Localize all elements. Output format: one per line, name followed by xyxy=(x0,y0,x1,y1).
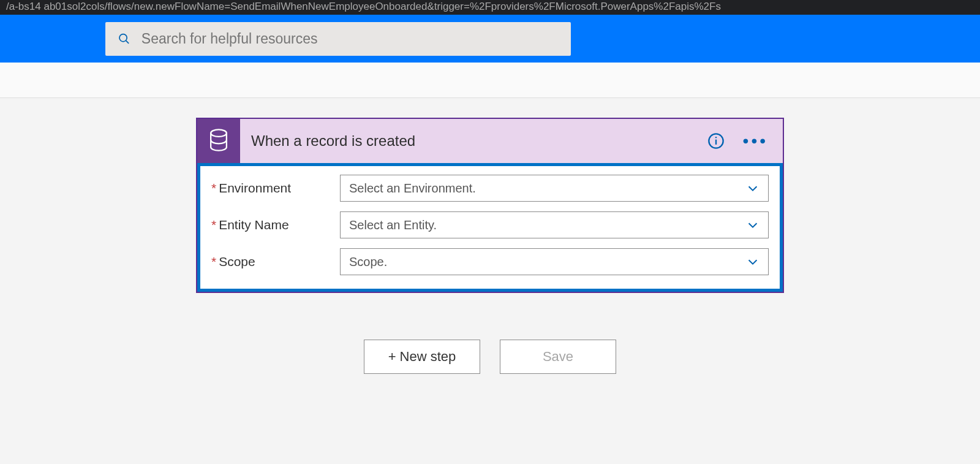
trigger-title: When a record is created xyxy=(240,132,707,150)
flow-designer: When a record is created ••• *Environmen… xyxy=(0,98,980,374)
trigger-parameters: *Environment Select an Environment. *Ent… xyxy=(197,163,783,292)
svg-point-2 xyxy=(211,129,227,136)
entity-dropdown[interactable]: Select an Entity. xyxy=(340,211,769,238)
header-actions: ••• xyxy=(707,131,783,151)
url-text: /a-bs14 ab01sol2cols/flows/new.newFlowNa… xyxy=(6,1,721,12)
required-asterisk: * xyxy=(211,254,216,268)
field-row-scope: *Scope Scope. xyxy=(211,248,769,275)
environment-dropdown[interactable]: Select an Environment. xyxy=(340,175,769,202)
field-row-entity: *Entity Name Select an Entity. xyxy=(211,211,769,238)
search-box[interactable] xyxy=(105,22,571,56)
action-buttons: + New step Save xyxy=(364,340,616,374)
trigger-card-header[interactable]: When a record is created ••• xyxy=(197,119,783,163)
field-row-environment: *Environment Select an Environment. xyxy=(211,175,769,202)
new-step-button[interactable]: + New step xyxy=(364,340,480,374)
scope-dropdown[interactable]: Scope. xyxy=(340,248,769,275)
required-asterisk: * xyxy=(211,181,216,195)
search-input[interactable] xyxy=(141,31,559,47)
field-label-scope: *Scope xyxy=(211,254,340,269)
database-icon xyxy=(208,129,230,153)
chevron-down-icon xyxy=(746,255,760,268)
chevron-down-icon xyxy=(746,218,760,232)
field-label-entity: *Entity Name xyxy=(211,218,340,232)
scope-placeholder: Scope. xyxy=(349,255,387,269)
required-asterisk: * xyxy=(211,218,216,232)
trigger-card: When a record is created ••• *Environmen… xyxy=(196,118,784,293)
svg-point-0 xyxy=(119,34,127,42)
svg-line-1 xyxy=(126,40,129,44)
entity-placeholder: Select an Entity. xyxy=(349,218,437,232)
command-bar xyxy=(0,63,980,98)
search-icon xyxy=(118,32,130,45)
chevron-down-icon xyxy=(746,181,760,195)
field-label-environment: *Environment xyxy=(211,181,340,196)
save-button[interactable]: Save xyxy=(500,340,616,374)
top-banner xyxy=(0,15,980,63)
svg-point-5 xyxy=(715,137,716,138)
environment-placeholder: Select an Environment. xyxy=(349,181,476,196)
info-icon[interactable] xyxy=(707,132,725,150)
connector-icon-box xyxy=(197,119,240,163)
more-menu-icon[interactable]: ••• xyxy=(743,131,768,151)
address-bar: /a-bs14 ab01sol2cols/flows/new.newFlowNa… xyxy=(0,0,980,15)
